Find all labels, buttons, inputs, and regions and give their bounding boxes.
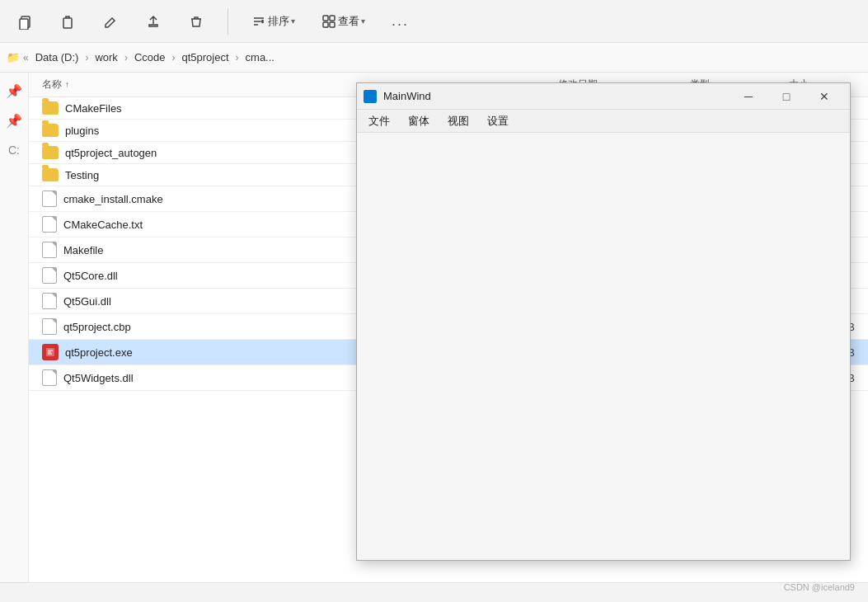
breadcrumb-arrow1: › (85, 52, 88, 63)
menu-settings[interactable]: 设置 (479, 111, 517, 132)
sort-arrow-icon: ▾ (291, 16, 295, 26)
breadcrumb-arrow4: › (236, 52, 239, 63)
file-name-text: qt5project.cbp (63, 321, 131, 333)
paste-button[interactable] (53, 10, 82, 33)
exe-icon (42, 344, 59, 360)
file-name-text: cmake_install.cmake (63, 193, 163, 205)
separator (228, 8, 228, 35)
breadcrumb-arrow3: › (171, 52, 175, 63)
file-name-text: CMakeCache.txt (63, 219, 143, 231)
svg-rect-2 (63, 18, 72, 28)
folder-icon (42, 101, 59, 115)
sort-button[interactable]: 排序 ▾ (245, 9, 302, 34)
mw-menubar: 文件 窗体 视图 设置 (357, 110, 850, 133)
file-icon (42, 190, 57, 207)
svg-rect-3 (323, 16, 328, 21)
file-name-text: Testing (65, 169, 99, 181)
left-panel: 📌 📌 C: (0, 73, 29, 582)
view-button[interactable]: 查看 ▾ (315, 9, 372, 34)
copy-button[interactable] (10, 10, 40, 33)
view-arrow-icon: ▾ (361, 16, 365, 26)
breadcrumb-qt5project[interactable]: qt5project (178, 49, 232, 65)
folder-icon (42, 168, 59, 181)
menu-window[interactable]: 窗体 (400, 111, 438, 132)
svg-rect-5 (323, 22, 328, 27)
file-icon (42, 369, 57, 386)
nav-icon[interactable]: C: (2, 139, 26, 162)
file-icon (42, 216, 57, 233)
pin-icon[interactable]: 📌 (2, 79, 26, 102)
file-name-text: Qt5Gui.dll (63, 295, 111, 308)
file-icon (42, 267, 57, 284)
breadcrumb-ccode[interactable]: Ccode (131, 49, 169, 65)
file-icon (42, 318, 57, 335)
mw-controls: ─ □ ✕ (730, 83, 843, 110)
view-label: 查看 (338, 14, 359, 29)
mw-titlebar: MainWind ─ □ ✕ (357, 83, 850, 110)
breadcrumb-folder-icon: 📁 (7, 51, 20, 63)
breadcrumb-work[interactable]: work (91, 49, 120, 65)
breadcrumb-arrow2: › (124, 52, 128, 63)
breadcrumb-sep0: « (23, 52, 29, 63)
toolbar: 排序 ▾ 查看 ▾ ... (0, 0, 868, 43)
breadcrumb-datad[interactable]: Data (D:) (32, 49, 82, 65)
file-name-text: Qt5Core.dll (63, 270, 118, 282)
breadcrumb-cma[interactable]: cma... (242, 49, 278, 65)
mw-title-text: MainWind (383, 90, 723, 102)
sort-up-icon: ↑ (65, 80, 69, 89)
breadcrumb: 📁 « Data (D:) › work › Ccode › qt5projec… (0, 43, 868, 73)
svg-rect-4 (330, 16, 335, 21)
file-icon (42, 242, 57, 258)
watermark: CSDN @iceland9 (784, 582, 855, 592)
folder-icon (42, 146, 59, 159)
maximize-button[interactable]: □ (767, 83, 805, 110)
pin2-icon[interactable]: 📌 (2, 109, 26, 132)
file-name-text: plugins (65, 125, 99, 137)
file-name-text: Makefile (63, 244, 103, 256)
menu-view[interactable]: 视图 (439, 111, 477, 132)
folder-icon (42, 124, 59, 137)
file-name-text: CMakeFiles (65, 102, 122, 115)
share-button[interactable] (138, 10, 168, 33)
menu-file[interactable]: 文件 (360, 111, 398, 132)
file-name-text: qt5project_autogen (65, 147, 157, 159)
close-button[interactable]: ✕ (805, 83, 843, 110)
rename-button[interactable] (96, 10, 125, 33)
more-button[interactable]: ... (385, 7, 415, 35)
delete-button[interactable] (181, 10, 211, 33)
mw-content (357, 133, 850, 560)
main-window: MainWind ─ □ ✕ 文件 窗体 视图 设置 (356, 82, 851, 561)
svg-rect-6 (330, 22, 335, 27)
minimize-button[interactable]: ─ (730, 83, 767, 110)
status-bar: CSDN @iceland9 (0, 582, 868, 602)
file-icon (42, 293, 57, 309)
mw-title-icon (364, 90, 377, 103)
file-name-text: Qt5Widgets.dll (63, 372, 134, 384)
svg-rect-1 (20, 19, 28, 30)
file-name-text: qt5project.exe (65, 346, 133, 359)
sort-label: 排序 (268, 14, 289, 29)
